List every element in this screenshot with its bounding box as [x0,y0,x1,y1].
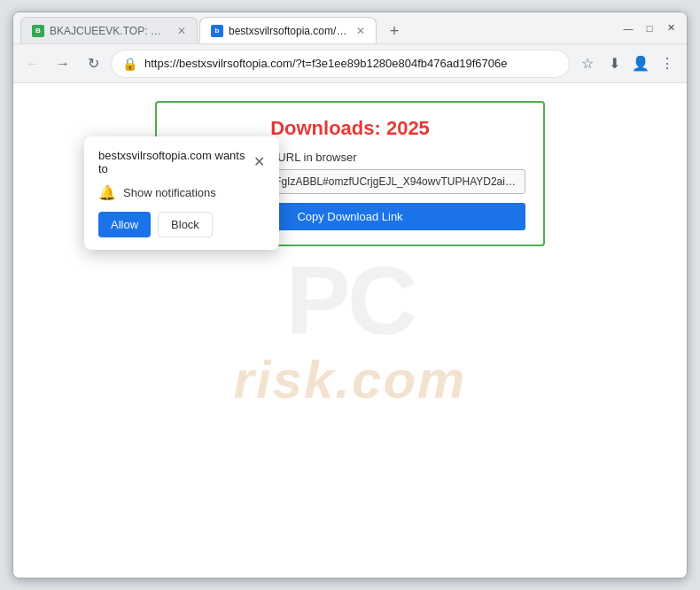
popup-title: bestxsvilrsoftopia.com wants to [98,149,253,175]
tab-2[interactable]: b bestxsvilrsoftopia.com/?t=f3e1... ✕ [199,17,377,43]
popup-header: bestxsvilrsoftopia.com wants to ✕ [98,149,265,175]
close-button[interactable]: ✕ [662,19,680,37]
notification-label: Show notifications [123,186,216,199]
maximize-button[interactable]: □ [641,19,658,37]
allow-button[interactable]: Allow [98,212,151,237]
browser-window: B BKAJCUEEVK.TOP: Crypto Casin... ✕ b be… [12,12,688,578]
popup-notification-row: 🔔 Show notifications [98,184,265,201]
tab-1-close[interactable]: ✕ [177,25,186,37]
minimize-button[interactable]: — [619,19,637,37]
popup-buttons: Allow Block [98,212,265,237]
title-bar: B BKAJCUEEVK.TOP: Crypto Casin... ✕ b be… [13,12,687,44]
block-button[interactable]: Block [158,212,213,237]
tab-1-favicon: B [32,25,44,37]
forward-button[interactable]: → [51,51,75,76]
notification-popup: bestxsvilrsoftopia.com wants to ✕ 🔔 Show… [84,136,279,250]
new-tab-button[interactable]: + [382,19,407,43]
tab-1[interactable]: B BKAJCUEEVK.TOP: Crypto Casin... ✕ [20,17,198,43]
bell-icon: 🔔 [98,184,116,201]
tab-1-label: BKAJCUEEVK.TOP: Crypto Casin... [50,25,168,37]
nav-actions: ☆ ⬇ 👤 ⋮ [575,51,680,76]
window-controls: — □ ✕ [619,19,680,37]
tabs-area: B BKAJCUEEVK.TOP: Crypto Casin... ✕ b be… [20,12,612,43]
tab-2-close[interactable]: ✕ [356,25,365,37]
page-content: 🔍 PC risk.com Downloads: 2025 Copy and p… [13,83,687,578]
nav-bar: ← → ↻ 🔒 https://bestxsvilrsoftopia.com/?… [13,44,687,83]
popup-close-icon[interactable]: ✕ [253,155,265,169]
tab-2-label: bestxsvilrsoftopia.com/?t=f3e1... [229,25,347,37]
tab-2-favicon: b [211,25,223,37]
download-button[interactable]: ⬇ [602,51,626,76]
address-text: https://bestxsvilrsoftopia.com/?t=f3e1ee… [144,57,558,70]
profile-button[interactable]: 👤 [628,51,653,76]
menu-button[interactable]: ⋮ [655,51,680,76]
back-button[interactable]: ← [20,51,45,76]
address-bar[interactable]: 🔒 https://bestxsvilrsoftopia.com/?t=f3e1… [111,50,570,78]
reload-button[interactable]: ↻ [81,51,105,76]
lock-icon: 🔒 [122,57,137,71]
bookmark-button[interactable]: ☆ [575,51,600,76]
